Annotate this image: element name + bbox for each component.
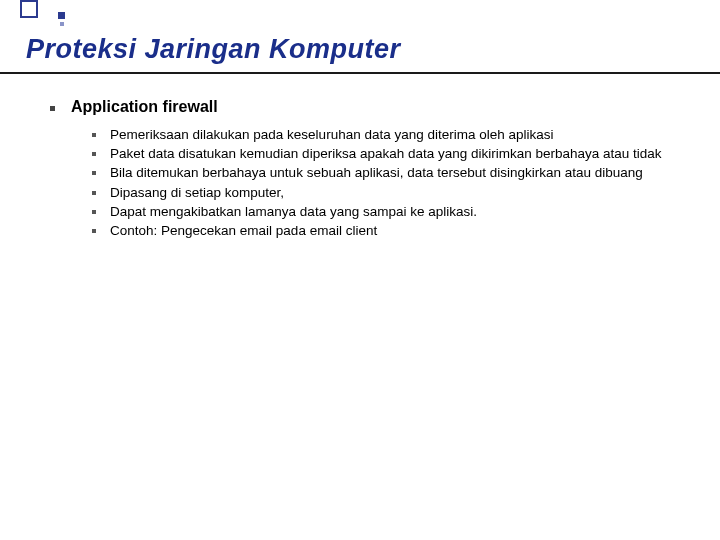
bullet-icon: [92, 229, 96, 233]
list-item: Bila ditemukan berbahaya untuk sebuah ap…: [92, 164, 700, 182]
decoration-square-outline: [20, 0, 38, 18]
list-item-text: Bila ditemukan berbahaya untuk sebuah ap…: [110, 164, 643, 182]
list-item-text: Paket data disatukan kemudian diperiksa …: [110, 145, 662, 163]
list-item: Dapat mengakibatkan lamanya data yang sa…: [92, 203, 700, 221]
slide-decoration: [20, 0, 38, 18]
section-heading-row: Application firewall: [50, 98, 700, 116]
list-item: Dipasang di setiap komputer,: [92, 184, 700, 202]
slide-content: Application firewall Pemeriksaan dilakuk…: [50, 98, 700, 240]
list-item-text: Dapat mengakibatkan lamanya data yang sa…: [110, 203, 477, 221]
bullet-icon: [92, 171, 96, 175]
list-item: Contoh: Pengecekan email pada email clie…: [92, 222, 700, 240]
title-underline: [0, 72, 720, 74]
list-item-text: Dipasang di setiap komputer,: [110, 184, 284, 202]
section-heading: Application firewall: [71, 98, 218, 116]
bullet-level1: Application firewall Pemeriksaan dilakuk…: [50, 98, 700, 240]
bullet-level2-list: Pemeriksaan dilakukan pada keseluruhan d…: [92, 126, 700, 240]
bullet-icon: [92, 133, 96, 137]
list-item-text: Contoh: Pengecekan email pada email clie…: [110, 222, 377, 240]
list-item: Pemeriksaan dilakukan pada keseluruhan d…: [92, 126, 700, 144]
bullet-icon: [92, 210, 96, 214]
bullet-icon: [92, 152, 96, 156]
list-item-text: Pemeriksaan dilakukan pada keseluruhan d…: [110, 126, 554, 144]
bullet-icon: [92, 191, 96, 195]
slide-title: Proteksi Jaringan Komputer: [26, 34, 401, 65]
list-item: Paket data disatukan kemudian diperiksa …: [92, 145, 700, 163]
decoration-square-tiny: [60, 22, 64, 26]
bullet-icon: [50, 106, 55, 111]
decoration-square-small: [58, 12, 65, 19]
